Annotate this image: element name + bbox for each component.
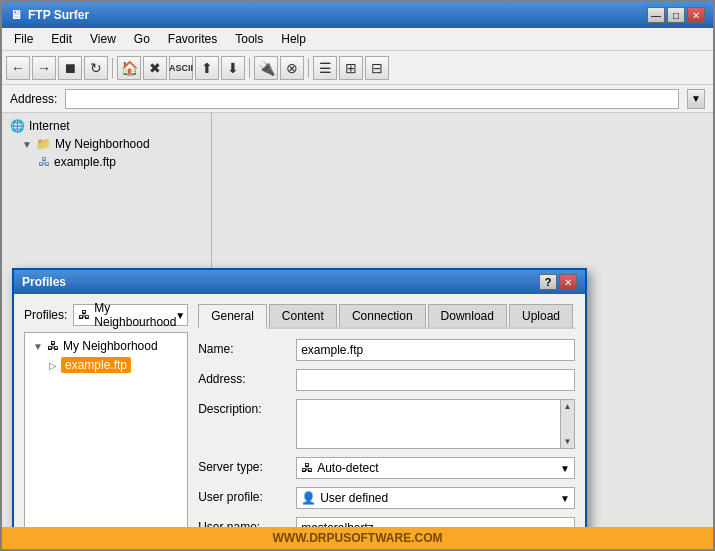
menu-view[interactable]: View [82, 30, 124, 48]
menu-edit[interactable]: Edit [43, 30, 80, 48]
home-button[interactable]: 🏠 [117, 56, 141, 80]
user-profile-content: 👤 User defined [301, 491, 560, 505]
profile-item-neighborhood[interactable]: ▼ 🖧 My Neighborhood [29, 337, 183, 355]
profiles-tree: ▼ 🖧 My Neighborhood ▷ example.ftp [24, 332, 188, 527]
tiles-button[interactable]: ⊟ [365, 56, 389, 80]
title-bar: 🖥 FTP Surfer — □ ✕ [2, 2, 713, 28]
server-type-arrow-icon: ▼ [560, 463, 570, 474]
forward-button[interactable]: → [32, 56, 56, 80]
user-profile-arrow-icon: ▼ [560, 493, 570, 504]
server-type-value: Auto-detect [317, 461, 378, 475]
tab-download[interactable]: Download [428, 304, 507, 327]
description-textarea[interactable] [297, 400, 574, 448]
toolbar-sep-2 [249, 58, 250, 78]
dialog-title-bar: Profiles ? ✕ [14, 270, 585, 294]
profiles-label: Profiles: [24, 308, 67, 322]
expand-icon-sub: ▷ [49, 360, 57, 371]
close-button[interactable]: ✕ [687, 7, 705, 23]
form-row-description: Description: ▲ ▼ [198, 399, 575, 449]
profiles-right-panel: General Content Connection Download Uplo… [198, 304, 575, 527]
menu-file[interactable]: File [6, 30, 41, 48]
menu-favorites[interactable]: Favorites [160, 30, 225, 48]
expand-icon: ▼ [33, 341, 43, 352]
address-dropdown-button[interactable]: ▼ [687, 89, 705, 109]
dialog-title: Profiles [22, 275, 66, 289]
description-wrapper: ▲ ▼ [296, 399, 575, 449]
profiles-dropdown-value: My Neighbourhood [94, 301, 183, 329]
disconnect-button[interactable]: ⊗ [280, 56, 304, 80]
user-profile-value: User defined [320, 491, 388, 505]
form-row-user-profile: User profile: 👤 User defined ▼ [198, 487, 575, 509]
minimize-button[interactable]: — [647, 7, 665, 23]
main-content: 🌐 Internet ▼ 📁 My Neighborhood 🖧 example… [2, 113, 713, 527]
profiles-left-panel: Profiles: 🖧 My Neighbourhood ▼ ▼ 🖧 [24, 304, 188, 527]
user-profile-icon: 👤 [301, 491, 316, 505]
bottom-bar: WWW.DRPUSOFTWARE.COM [2, 527, 713, 549]
profiles-dropdown-row: Profiles: 🖧 My Neighbourhood ▼ [24, 304, 188, 326]
address-form-label: Address: [198, 369, 288, 386]
title-bar-left: 🖥 FTP Surfer [10, 8, 89, 22]
menu-tools[interactable]: Tools [227, 30, 271, 48]
scroll-up-icon[interactable]: ▲ [562, 400, 574, 413]
title-bar-controls: — □ ✕ [647, 7, 705, 23]
dialog-close-button[interactable]: ✕ [559, 274, 577, 290]
address-form-input[interactable] [296, 369, 575, 391]
folder-icon-profile: 🖧 [47, 339, 59, 353]
back-button[interactable]: ← [6, 56, 30, 80]
details-button[interactable]: ⊞ [339, 56, 363, 80]
user-profile-label: User profile: [198, 487, 288, 504]
menu-help[interactable]: Help [273, 30, 314, 48]
server-type-label: Server type: [198, 457, 288, 474]
tab-content[interactable]: Content [269, 304, 337, 327]
server-type-select[interactable]: 🖧 Auto-detect ▼ [296, 457, 575, 479]
server-type-icon: 🖧 [301, 461, 313, 475]
dialog-title-controls: ? ✕ [539, 274, 577, 290]
tab-connection[interactable]: Connection [339, 304, 426, 327]
menu-bar: File Edit View Go Favorites Tools Help [2, 28, 713, 51]
refresh-button[interactable]: ↻ [84, 56, 108, 80]
tabs-row: General Content Connection Download Uplo… [198, 304, 575, 329]
user-profile-select[interactable]: 👤 User defined ▼ [296, 487, 575, 509]
connect-button[interactable]: 🔌 [254, 56, 278, 80]
download-button[interactable]: ⬇ [221, 56, 245, 80]
app-title: FTP Surfer [28, 8, 89, 22]
tab-general[interactable]: General [198, 304, 267, 329]
profiles-dropdown-arrow-icon: ▼ [175, 310, 185, 321]
menu-go[interactable]: Go [126, 30, 158, 48]
form-row-server-type: Server type: 🖧 Auto-detect ▼ [198, 457, 575, 479]
name-input[interactable] [296, 339, 575, 361]
bottom-bar-text: WWW.DRPUSOFTWARE.COM [273, 531, 443, 545]
stop-button[interactable]: ⏹ [58, 56, 82, 80]
address-input[interactable] [65, 89, 679, 109]
description-scrollbar[interactable]: ▲ ▼ [560, 400, 574, 448]
form-row-name: Name: [198, 339, 575, 361]
server-type-content: 🖧 Auto-detect [301, 461, 560, 475]
ascii-button[interactable]: ASCII [169, 56, 193, 80]
app-icon: 🖥 [10, 8, 22, 22]
profile-item-example-ftp[interactable]: ▷ example.ftp [29, 355, 183, 375]
address-bar: Address: ▼ [2, 85, 713, 113]
description-label: Description: [198, 399, 288, 416]
maximize-button[interactable]: □ [667, 7, 685, 23]
toolbar-sep-1 [112, 58, 113, 78]
dialog-body: Profiles: 🖧 My Neighbourhood ▼ ▼ 🖧 [14, 294, 585, 527]
profiles-dropdown[interactable]: 🖧 My Neighbourhood ▼ [73, 304, 188, 326]
form-row-address: Address: [198, 369, 575, 391]
form-row-username: User name: [198, 517, 575, 527]
upload-button[interactable]: ⬆ [195, 56, 219, 80]
address-label: Address: [10, 92, 57, 106]
username-input[interactable] [296, 517, 575, 527]
tab-general-content: Name: Address: Description: [198, 339, 575, 527]
scroll-down-icon[interactable]: ▼ [562, 435, 574, 448]
toolbar-sep-3 [308, 58, 309, 78]
list-button[interactable]: ☰ [313, 56, 337, 80]
profiles-dialog: Profiles ? ✕ Profiles: 🖧 My [12, 268, 587, 527]
username-label: User name: [198, 517, 288, 527]
toolbar: ← → ⏹ ↻ 🏠 ✖ ASCII ⬆ ⬇ 🔌 ⊗ ☰ ⊞ ⊟ [2, 51, 713, 85]
dialog-overlay: Profiles ? ✕ Profiles: 🖧 My [2, 113, 713, 527]
tab-upload[interactable]: Upload [509, 304, 573, 327]
dialog-help-button[interactable]: ? [539, 274, 557, 290]
main-window: 🖥 FTP Surfer — □ ✕ File Edit View Go Fav… [0, 0, 715, 551]
delete-button[interactable]: ✖ [143, 56, 167, 80]
profile-example-label: example.ftp [61, 357, 131, 373]
